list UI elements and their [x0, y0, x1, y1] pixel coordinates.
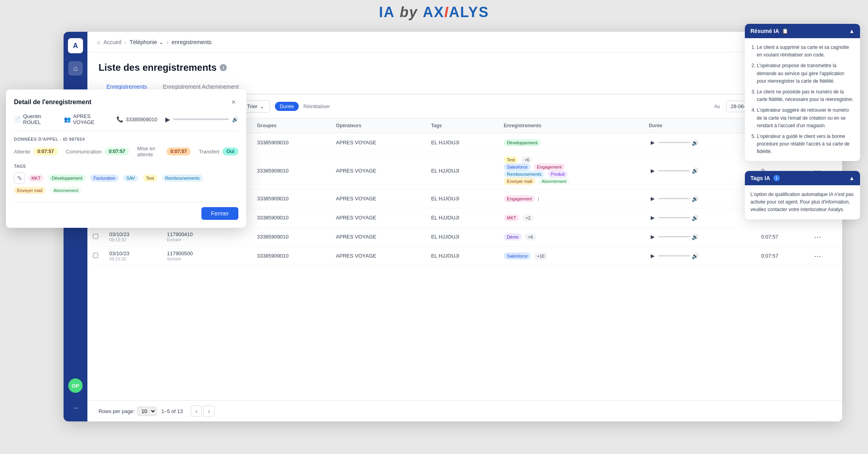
duration-badge[interactable]: Durée — [275, 102, 298, 111]
row5-more-button[interactable]: ⋯ — [814, 233, 821, 241]
tags-expand-icon[interactable]: ▲ — [849, 175, 854, 181]
breadcrumb-telephonie[interactable]: Téléphonie ⌄ — [130, 39, 163, 45]
breadcrumb-enregistrements: enregistrements — [172, 39, 211, 45]
row2-tags: Test +6 Salesforce Engagement Remboursem… — [498, 152, 643, 189]
row6-actions: ⋯ — [808, 246, 842, 266]
user-icon: 📄 — [14, 116, 21, 122]
resume-panel: Résumé IA 📋 ▲ Le client a supprimé sa ca… — [745, 24, 860, 161]
modal-volume-icon[interactable]: 🔊 — [232, 116, 238, 122]
row5-actions: ⋯ — [808, 227, 842, 246]
tag-chip-test: Test — [504, 156, 518, 163]
th-groupes: Groupes — [251, 118, 331, 133]
row1-number2: 33385909010 — [251, 133, 331, 152]
modal-phone-number: 33385909010 — [126, 116, 157, 122]
modal-play-button[interactable]: ▶ — [165, 116, 170, 123]
th-duree: Durée — [643, 118, 756, 133]
audio-progress — [658, 198, 690, 199]
row1-audio: ▶ 🔊 — [643, 133, 756, 152]
modal-close-button[interactable]: × — [229, 97, 238, 107]
row5-checkbox[interactable] — [93, 234, 98, 239]
modal-meta: 📄 Quentin ROUEL 👥 APRES VOYAGE 📞 3338590… — [14, 113, 238, 131]
row2-group: APRES VOYAGE — [331, 152, 426, 189]
row3-audio: ▶ 🔊 — [643, 189, 756, 208]
modal-group: 👥 APRES VOYAGE — [64, 113, 109, 125]
row6-duration: 0:07:57 — [756, 246, 808, 266]
volume-icon[interactable]: 🔊 — [692, 196, 698, 202]
tags-info-icon: i — [773, 175, 780, 181]
row6-number2: 33385909010 — [251, 246, 331, 266]
tags-header-left: Tags IA i — [750, 175, 780, 181]
reinitialiser-button[interactable]: Réinitialiser — [304, 103, 330, 109]
volume-icon[interactable]: 🔊 — [692, 215, 698, 221]
play-button[interactable]: ▶ — [649, 167, 657, 175]
row6-date: 03/10/2309:15:32 — [104, 246, 161, 266]
row1-operator: EL HJJOUJI — [425, 133, 498, 152]
modal-tag-remboursements: Remboursements — [162, 175, 203, 182]
modal-footer: Fermer — [14, 202, 238, 220]
phone-icon: 📞 — [116, 116, 123, 122]
modal-tag-abonnement: Abonnement — [50, 187, 81, 194]
resume-point-4: L'opérateur suggère de retrouver le numé… — [757, 107, 854, 130]
sidebar-logo[interactable]: A — [68, 38, 83, 53]
play-button[interactable]: ▶ — [649, 252, 657, 260]
stat-transfert-label: Transfert — [199, 149, 219, 155]
resume-expand-icon[interactable]: ▲ — [849, 28, 854, 34]
tag-chip-demo: Démo — [504, 233, 522, 241]
next-page-button[interactable]: › — [203, 405, 215, 417]
modal-tag-envoyer: Envoyer mail — [14, 187, 46, 194]
breadcrumb-sep2: › — [167, 39, 169, 45]
tag-chip: Développement — [504, 139, 541, 146]
rows-select[interactable]: 10 25 50 — [137, 407, 157, 416]
stat-transfert-value: Oui — [222, 147, 238, 155]
prev-page-button[interactable]: ‹ — [191, 405, 202, 417]
play-button[interactable]: ▶ — [649, 233, 657, 241]
row5-number: 117900410Entrant — [161, 227, 251, 246]
row2-audio: ▶ 🔊 — [643, 152, 756, 189]
play-button[interactable]: ▶ — [649, 214, 657, 222]
trier-label: Trier — [247, 103, 257, 109]
tags-edit-button[interactable]: ✎ — [14, 173, 25, 184]
row6-more-button[interactable]: ⋯ — [814, 252, 821, 260]
volume-icon[interactable]: 🔊 — [692, 234, 698, 240]
sidebar-avatar: OP — [68, 378, 83, 393]
tag-chip-sf: Salesforce — [504, 252, 531, 260]
row6-tags: Salesforce +10 — [498, 246, 643, 266]
row5-audio: ▶ 🔊 — [643, 227, 756, 246]
modal-phone: 📞 33385909010 — [116, 116, 157, 122]
tag-chip-engagement: Engagement — [534, 163, 565, 171]
table-row: 03/10/2309:15:32 117900500Sortant 333859… — [87, 246, 842, 266]
row5-date: 03/10/2309:15:32 — [104, 227, 161, 246]
row1-tags: Développement — [498, 133, 643, 152]
breadcrumb-home[interactable]: ⌂ — [97, 39, 100, 45]
sidebar-item-home[interactable]: ⌂ — [68, 61, 83, 76]
resume-point-2: L'opérateur propose de transmettre la de… — [757, 62, 854, 85]
group-icon: 👥 — [64, 116, 71, 122]
detail-modal: Detail de l'enregistrement × 📄 Quentin R… — [6, 89, 246, 228]
row5-checkbox-cell — [87, 227, 104, 246]
stat-attente: Attente 0:07:57 — [14, 146, 58, 157]
volume-icon[interactable]: 🔊 — [692, 253, 698, 259]
play-button[interactable]: ▶ — [649, 139, 657, 147]
row4-group: APRES VOYAGE — [331, 208, 426, 227]
fermer-button[interactable]: Fermer — [201, 207, 238, 220]
volume-icon[interactable]: 🔊 — [692, 140, 698, 146]
row6-checkbox[interactable] — [93, 253, 98, 258]
volume-icon[interactable]: 🔊 — [692, 167, 698, 174]
stat-comm-label: Communication — [66, 149, 102, 155]
tags-panel: Tags IA i ▲ L'option de qualification au… — [745, 171, 860, 219]
row4-tags: MKT +2 — [498, 208, 643, 227]
breadcrumb-accueil[interactable]: Accueil — [103, 39, 121, 45]
sidebar-signout[interactable]: → — [68, 401, 83, 415]
th-enregistrements: Enregistrements — [498, 118, 643, 133]
stat-mise-attente: Mise en attente 0:07:57 — [137, 146, 191, 157]
play-button[interactable]: ▶ — [649, 195, 657, 203]
row4-audio: ▶ 🔊 — [643, 208, 756, 227]
row3-group: APRES VOYAGE — [331, 189, 426, 208]
tag-ellipsis: | — [538, 196, 539, 201]
page-header: Liste des enregistrements i Enregistreme… — [87, 52, 842, 95]
info-icon[interactable]: i — [220, 64, 227, 71]
modal-audio-progress — [173, 118, 229, 120]
stat-transfert: Transfert Oui — [199, 146, 238, 157]
th-tags: Tags — [425, 118, 498, 133]
tag-chip-plus: +6 — [521, 156, 533, 163]
